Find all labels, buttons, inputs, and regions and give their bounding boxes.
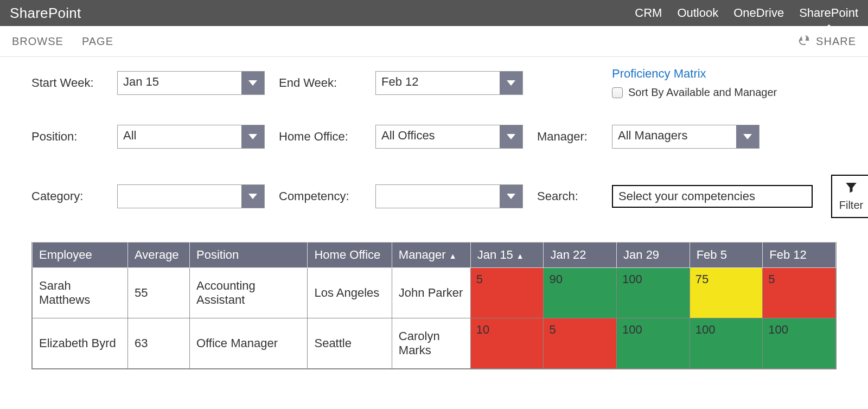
cell-employee: Sarah Matthews <box>33 268 128 318</box>
cell-week-availability: 5 <box>544 318 617 369</box>
competency-label: Competency: <box>279 189 349 203</box>
competency-dropdown[interactable] <box>375 184 523 208</box>
svg-marker-1 <box>507 80 515 86</box>
end-week-label: End Week: <box>279 76 337 90</box>
cell-week-availability: 100 <box>617 318 690 369</box>
manager-dropdown[interactable]: All Managers <box>612 125 760 149</box>
cell-position: Office Manager <box>189 318 307 369</box>
search-label: Search: <box>537 189 578 203</box>
cell-week-availability: 100 <box>617 268 690 318</box>
ribbon-tabs: BROWSE PAGE <box>12 35 113 48</box>
filter-button-label: Filter <box>839 199 863 212</box>
brand-title: SharePoint <box>10 5 81 22</box>
cell-week-availability: 100 <box>763 318 836 369</box>
end-week-value: Feb 12 <box>376 72 500 94</box>
filter-panel: Start Week: Jan 15 End Week: Feb 12 Prof… <box>0 57 868 228</box>
position-dropdown[interactable]: All <box>117 125 265 149</box>
app-link-outlook[interactable]: Outlook <box>677 6 718 20</box>
svg-marker-0 <box>248 80 257 86</box>
app-link-sharepoint[interactable]: SharePoint <box>799 6 858 20</box>
col-home-office[interactable]: Home Office <box>308 242 392 268</box>
col-week-2[interactable]: Jan 22 <box>544 242 617 268</box>
table-row[interactable]: Sarah Matthews55Accounting AssistantLos … <box>33 268 836 318</box>
table-header-row: Employee Average Position Home Office Ma… <box>33 242 836 268</box>
cell-week-availability: 100 <box>690 318 763 369</box>
filter-icon <box>845 181 857 196</box>
manager-value: All Managers <box>612 125 736 148</box>
cell-week-availability: 75 <box>690 268 763 318</box>
col-week-3[interactable]: Jan 29 <box>617 242 690 268</box>
cell-week-availability: 90 <box>544 268 617 318</box>
ribbon-bar: BROWSE PAGE SHARE <box>0 26 868 57</box>
svg-marker-7 <box>847 183 856 193</box>
col-week-5[interactable]: Feb 12 <box>763 242 836 268</box>
sort-checkbox-label: Sort By Available and Manager <box>628 86 777 99</box>
sort-asc-icon: ▲ <box>516 252 524 260</box>
availability-table-wrapper: Employee Average Position Home Office Ma… <box>31 242 837 369</box>
manager-label: Manager: <box>537 130 588 144</box>
share-button[interactable]: SHARE <box>797 34 856 49</box>
start-week-value: Jan 15 <box>118 72 241 94</box>
col-week-4[interactable]: Feb 5 <box>690 242 763 268</box>
col-average[interactable]: Average <box>128 242 190 268</box>
chevron-down-icon[interactable] <box>500 125 522 148</box>
svg-marker-5 <box>248 194 257 199</box>
start-week-label: Start Week: <box>31 76 94 90</box>
ribbon-tab-browse[interactable]: BROWSE <box>12 35 63 48</box>
proficiency-block: Proficiency Matrix Sort By Available and… <box>612 67 813 99</box>
cell-home-office: Los Angeles <box>308 268 392 318</box>
cell-employee: Elizabeth Byrd <box>33 318 128 369</box>
share-label: SHARE <box>816 35 856 48</box>
search-placeholder: Select your competencies <box>618 189 755 203</box>
home-office-value: All Offices <box>376 125 500 148</box>
ribbon-tab-page[interactable]: PAGE <box>82 35 113 48</box>
cell-week-availability: 10 <box>470 318 544 369</box>
position-value: All <box>118 125 241 148</box>
chevron-down-icon[interactable] <box>241 72 264 94</box>
end-week-dropdown[interactable]: Feb 12 <box>375 71 523 95</box>
chevron-down-icon[interactable] <box>241 125 264 148</box>
proficiency-matrix-link[interactable]: Proficiency Matrix <box>612 67 813 81</box>
start-week-dropdown[interactable]: Jan 15 <box>117 71 265 95</box>
filter-button[interactable]: Filter <box>831 175 868 218</box>
home-office-label: Home Office: <box>279 130 348 144</box>
svg-marker-6 <box>507 194 515 199</box>
cell-average: 63 <box>128 318 190 369</box>
app-link-crm[interactable]: CRM <box>635 6 662 20</box>
col-employee[interactable]: Employee <box>33 242 128 268</box>
sort-asc-icon: ▲ <box>449 252 457 260</box>
svg-marker-3 <box>507 134 515 139</box>
app-link-onedrive[interactable]: OneDrive <box>733 6 784 20</box>
cell-manager: Carolyn Marks <box>392 318 470 369</box>
svg-marker-4 <box>743 134 752 139</box>
cell-home-office: Seattle <box>308 318 392 369</box>
chevron-down-icon[interactable] <box>241 185 264 208</box>
sort-checkbox[interactable] <box>612 87 623 98</box>
col-position[interactable]: Position <box>189 242 307 268</box>
category-label: Category: <box>31 189 83 203</box>
search-input[interactable]: Select your competencies <box>612 185 813 208</box>
chevron-down-icon[interactable] <box>500 185 522 208</box>
recycle-icon <box>797 34 810 49</box>
cell-week-availability: 5 <box>763 268 836 318</box>
competency-value <box>376 185 500 208</box>
position-label: Position: <box>31 130 77 144</box>
availability-table: Employee Average Position Home Office Ma… <box>32 242 836 369</box>
category-value <box>118 185 241 208</box>
svg-marker-2 <box>248 134 257 139</box>
chevron-down-icon[interactable] <box>500 72 522 94</box>
category-dropdown[interactable] <box>117 184 265 208</box>
home-office-dropdown[interactable]: All Offices <box>375 125 523 149</box>
cell-position: Accounting Assistant <box>189 268 307 318</box>
cell-average: 55 <box>128 268 190 318</box>
chevron-down-icon[interactable] <box>736 125 759 148</box>
suite-bar: SharePoint CRM Outlook OneDrive SharePoi… <box>0 0 868 26</box>
cell-manager: John Parker <box>392 268 470 318</box>
cell-week-availability: 5 <box>470 268 544 318</box>
app-launcher-links: CRM Outlook OneDrive SharePoint <box>635 6 858 20</box>
col-week-1[interactable]: Jan 15▲ <box>470 242 544 268</box>
col-manager[interactable]: Manager▲ <box>392 242 470 268</box>
table-row[interactable]: Elizabeth Byrd63Office ManagerSeattleCar… <box>33 318 836 369</box>
